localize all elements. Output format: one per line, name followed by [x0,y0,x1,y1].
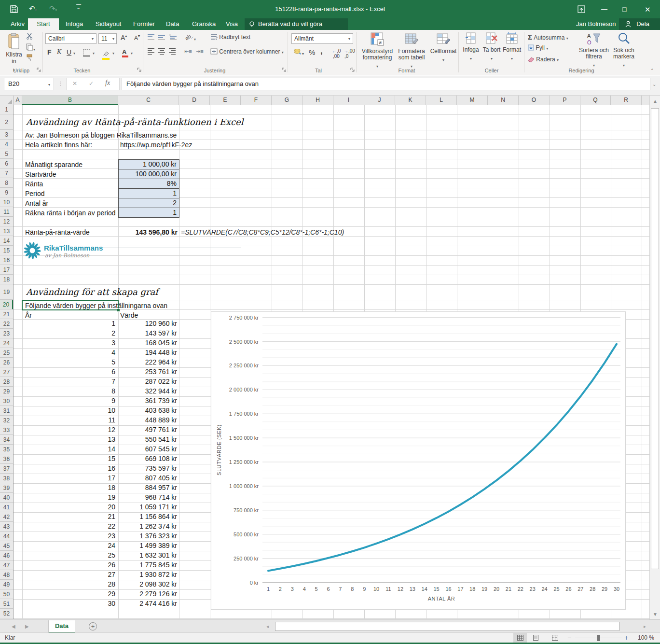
row-header-44[interactable]: 44 [0,532,13,541]
row-header-35[interactable]: 35 [0,445,13,454]
column-header-B[interactable]: B [22,96,118,105]
column-header-F[interactable]: F [241,96,272,105]
merge-center-button[interactable]: Centrera över kolumner ▾ [210,48,284,55]
tab-infoga[interactable]: Infoga [60,18,89,30]
sort-filter-button[interactable]: AÖ Sortera och filtrera▾ [576,32,612,69]
percent-style-button[interactable]: % [309,48,315,56]
input-value-4[interactable]: 2 [119,198,179,208]
row-header-3[interactable]: 3 [0,130,13,140]
column-header-A[interactable]: A [14,96,22,105]
font-color-button[interactable]: A [122,48,128,57]
format-as-table-button[interactable]: Formatera som tabell▾ [396,32,427,70]
input-value-5[interactable]: 1 [119,208,179,218]
autosum-button[interactable]: Σ Autosumma ▾ [528,33,568,41]
row-header-6[interactable]: 6 [0,159,13,168]
enter-formula-icon[interactable]: ✓ [89,80,94,87]
font-size-combo[interactable]: 11▾ [98,33,117,44]
row-header-43[interactable]: 43 [0,522,13,532]
comma-style-button[interactable]: , [320,46,323,56]
fill-handle[interactable] [117,308,120,312]
input-value-3[interactable]: 1 [119,189,179,198]
next-sheet-button[interactable]: ▶ [25,624,29,629]
input-value-0[interactable]: 1 000,00 kr [119,160,179,169]
fill-color-button[interactable] [102,49,110,60]
tell-me-search[interactable]: Berätta vad du vill göra [245,18,348,30]
grow-font-button[interactable]: A▴ [121,34,127,42]
sheet-tab-data[interactable]: Data [48,620,75,633]
hscroll-left-arrow[interactable]: ◂ [266,624,269,629]
tab-sidlayout[interactable]: Sidlayout [90,18,127,30]
selected-cell-b20[interactable] [22,300,119,310]
row-header-12[interactable]: 12 [0,217,13,226]
column-header-Q[interactable]: Q [580,96,611,105]
row-header-15[interactable]: 15 [0,246,13,255]
chart[interactable]: 0 kr250 000 kr500 000 kr750 000 kr1 000 … [211,311,626,610]
row-header-49[interactable]: 49 [0,580,13,589]
tab-data[interactable]: Data [160,18,185,30]
name-box-splitter[interactable]: ⋮ [58,81,63,87]
borders-button[interactable] [83,49,90,56]
input-value-1[interactable]: 100 000,00 kr [119,169,179,179]
column-header-E[interactable]: E [210,96,241,105]
copy-button[interactable]: ▾ [26,43,35,53]
column-header-J[interactable]: J [364,96,395,105]
row-header-9[interactable]: 9 [0,188,13,197]
row-header-21[interactable]: 21 [0,310,13,319]
column-header-C[interactable]: C [118,96,179,105]
row-header-19[interactable]: 19 [0,285,13,300]
scroll-down-arrow[interactable]: ▼ [653,612,658,617]
column-header-O[interactable]: O [519,96,550,105]
row-header-37[interactable]: 37 [0,464,13,474]
format-cells-button[interactable]: Format▾ [501,32,523,62]
row-header-31[interactable]: 31 [0,406,13,416]
tab-arkiv[interactable]: Arkiv [5,18,30,30]
row-header-26[interactable]: 26 [0,358,13,367]
row-header-25[interactable]: 25 [0,349,13,358]
column-header-M[interactable]: M [457,96,488,105]
share-button[interactable]: Dela [619,18,660,30]
underline-button[interactable]: U ▾ [67,48,75,56]
column-header-G[interactable]: G [272,96,302,105]
scroll-up-arrow[interactable]: ▲ [653,98,658,104]
shrink-font-button[interactable]: A▾ [134,34,140,42]
decrease-decimal-button[interactable]: →,00,0 [344,48,355,59]
zoom-level[interactable]: 100 % [638,634,654,641]
user-name[interactable]: Jan Bolmeson [576,18,616,30]
row-header-50[interactable]: 50 [0,590,13,599]
row-header-42[interactable]: 42 [0,513,13,522]
paste-button[interactable]: Klistra in▾ [4,32,24,67]
accounting-format-button[interactable]: ▾ [293,48,304,57]
minimize-button[interactable]: — [601,5,607,13]
row-header-1[interactable]: 1 [0,105,13,114]
font-dialog-launcher[interactable] [137,68,142,72]
row-header-51[interactable]: 51 [0,600,13,609]
column-header-P[interactable]: P [550,96,580,105]
tab-visa[interactable]: Visa [220,18,244,30]
row-header-11[interactable]: 11 [0,208,13,217]
delete-cells-button[interactable]: Ta bort▾ [481,32,503,62]
tab-formler[interactable]: Formler [127,18,161,30]
row-header-45[interactable]: 45 [0,542,13,551]
hscroll-right-arrow[interactable]: ▸ [644,624,646,629]
font-name-combo[interactable]: Calibri▾ [45,33,96,44]
row-header-7[interactable]: 7 [0,169,13,178]
select-all-corner[interactable] [0,96,14,105]
row-header-48[interactable]: 48 [0,571,13,580]
row-header-16[interactable]: 16 [0,256,13,265]
row-header-38[interactable]: 38 [0,474,13,483]
row-header-47[interactable]: 47 [0,561,13,570]
cell-styles-button[interactable]: Cellformat▾ [428,32,458,63]
increase-decimal-button[interactable]: ←,0,00 [332,48,341,59]
zoom-slider-thumb[interactable] [597,635,600,641]
row-header-17[interactable]: 17 [0,266,13,275]
row-header-22[interactable]: 22 [0,320,13,329]
insert-function-icon[interactable]: fx [105,79,110,87]
cancel-formula-icon[interactable]: ✕ [72,80,77,87]
row-header-20[interactable]: 20 [0,300,13,309]
orientation-button[interactable]: ab▾ [184,33,196,42]
maximize-button[interactable]: □ [622,5,626,13]
row-header-29[interactable]: 29 [0,387,13,396]
column-header-H[interactable]: H [302,96,333,105]
row-header-32[interactable]: 32 [0,416,13,425]
name-box[interactable]: B20▾ [4,78,54,90]
